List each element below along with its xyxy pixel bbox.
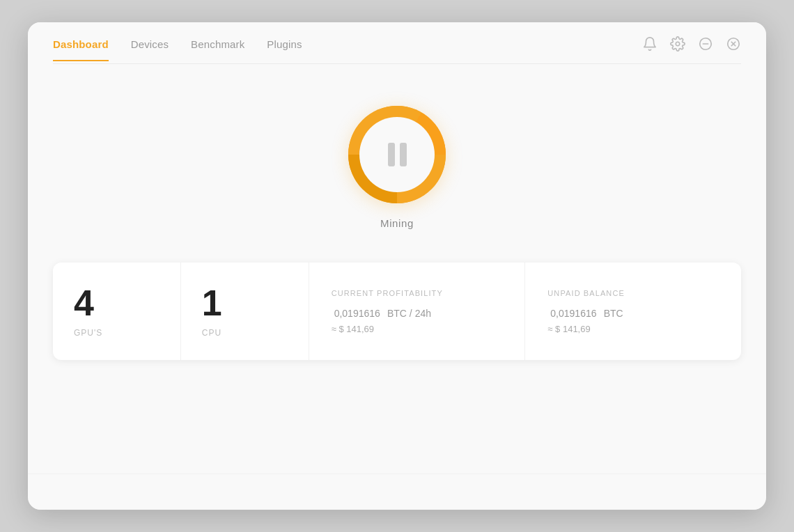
app-window: Dashboard Devices Benchmark Plugins	[28, 22, 766, 510]
gear-icon[interactable]	[670, 36, 685, 54]
gpu-stat-card: 4 GPU'S	[53, 263, 181, 360]
cpu-label: CPU	[202, 328, 221, 338]
tab-devices[interactable]: Devices	[131, 38, 169, 61]
svg-point-0	[676, 42, 680, 46]
balance-usd: ≈ $ 141,69	[547, 324, 590, 334]
mining-inner-circle	[359, 117, 435, 192]
main-content: Mining 4 GPU'S 1 CPU CURRENT PROFITABILI…	[28, 64, 766, 461]
profitability-usd: ≈ $ 141,69	[332, 324, 374, 334]
balance-title: UNPAID BALANCE	[547, 289, 625, 297]
profitability-title: CURRENT PROFITABILITY	[332, 289, 443, 297]
mining-toggle-button[interactable]	[348, 106, 446, 203]
mining-label: Mining	[380, 217, 414, 229]
bell-icon[interactable]	[642, 36, 657, 54]
nav-bar: Dashboard Devices Benchmark Plugins	[28, 22, 766, 63]
tab-benchmark[interactable]: Benchmark	[191, 38, 244, 61]
minimize-icon[interactable]	[698, 36, 713, 54]
pause-bar-left	[388, 143, 395, 166]
profitability-btc: 0,0191616 BTC / 24h	[332, 303, 431, 321]
balance-btc: 0,0191616 BTC	[547, 303, 623, 321]
pause-bar-right	[400, 143, 407, 166]
pause-icon	[388, 143, 407, 166]
balance-card: UNPAID BALANCE 0,0191616 BTC ≈ $ 141,69	[525, 263, 741, 360]
close-icon[interactable]	[726, 36, 741, 54]
cpu-stat-card: 1 CPU	[181, 263, 309, 360]
bottom-bar	[28, 474, 766, 510]
stats-row: 4 GPU'S 1 CPU CURRENT PROFITABILITY 0,01…	[53, 263, 741, 360]
mining-section: Mining	[348, 106, 446, 229]
profitability-card: CURRENT PROFITABILITY 0,0191616 BTC / 24…	[309, 263, 526, 360]
gpu-label: GPU'S	[74, 328, 102, 338]
tab-plugins[interactable]: Plugins	[267, 38, 302, 61]
tab-dashboard[interactable]: Dashboard	[53, 38, 109, 61]
nav-tabs: Dashboard Devices Benchmark Plugins	[53, 38, 302, 61]
gpu-count: 4	[74, 285, 94, 321]
nav-actions	[642, 36, 741, 63]
cpu-count: 1	[202, 285, 222, 321]
